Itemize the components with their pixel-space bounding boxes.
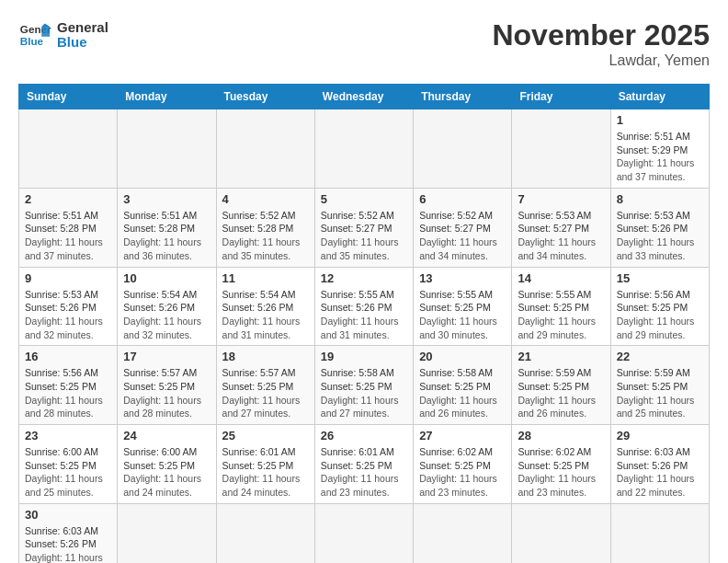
day-number: 7 (518, 192, 604, 206)
day-info: Sunrise: 6:01 AMSunset: 5:25 PMDaylight:… (222, 445, 309, 500)
day-number: 20 (419, 350, 506, 363)
day-info: Sunrise: 6:03 AMSunset: 5:26 PMDaylight:… (25, 524, 111, 563)
table-row: 20Sunrise: 5:58 AMSunset: 5:25 PMDayligh… (414, 346, 512, 425)
calendar: Sunday Monday Tuesday Wednesday Thursday… (18, 84, 710, 563)
logo-general-text: General (57, 20, 108, 36)
day-info: Sunrise: 6:00 AMSunset: 5:25 PMDaylight:… (123, 445, 210, 500)
day-number: 1 (617, 113, 703, 127)
day-info: Sunrise: 5:52 AMSunset: 5:27 PMDaylight:… (419, 209, 506, 263)
day-info: Sunrise: 5:51 AMSunset: 5:29 PMDaylight:… (617, 130, 703, 184)
table-row (314, 109, 413, 189)
table-row: 24Sunrise: 6:00 AMSunset: 5:25 PMDayligh… (118, 425, 216, 504)
day-info: Sunrise: 5:52 AMSunset: 5:28 PMDaylight:… (222, 209, 309, 263)
day-info: Sunrise: 6:00 AMSunset: 5:25 PMDaylight:… (25, 445, 111, 500)
table-row: 26Sunrise: 6:01 AMSunset: 5:25 PMDayligh… (314, 425, 413, 504)
table-row (512, 109, 610, 189)
day-info: Sunrise: 6:03 AMSunset: 5:26 PMDaylight:… (617, 445, 703, 500)
day-info: Sunrise: 5:57 AMSunset: 5:25 PMDaylight:… (222, 366, 309, 420)
day-number: 5 (321, 192, 407, 206)
table-row (216, 503, 314, 563)
day-number: 3 (123, 192, 210, 206)
table-row: 29Sunrise: 6:03 AMSunset: 5:26 PMDayligh… (610, 425, 709, 504)
table-row: 3Sunrise: 5:51 AMSunset: 5:28 PMDaylight… (118, 188, 216, 267)
day-info: Sunrise: 5:59 AMSunset: 5:25 PMDaylight:… (617, 366, 703, 420)
table-row: 5Sunrise: 5:52 AMSunset: 5:27 PMDaylight… (314, 188, 413, 267)
calendar-week-row: 9Sunrise: 5:53 AMSunset: 5:26 PMDaylight… (19, 267, 710, 346)
table-row (414, 109, 512, 189)
col-thursday: Thursday (414, 85, 512, 109)
table-row (314, 503, 413, 563)
day-number: 18 (222, 350, 309, 363)
day-info: Sunrise: 5:51 AMSunset: 5:28 PMDaylight:… (123, 209, 210, 263)
day-info: Sunrise: 6:01 AMSunset: 5:25 PMDaylight:… (321, 445, 407, 500)
day-number: 16 (25, 350, 111, 363)
day-number: 27 (419, 429, 506, 442)
day-number: 15 (617, 271, 703, 285)
day-info: Sunrise: 5:54 AMSunset: 5:26 PMDaylight:… (123, 288, 210, 342)
day-info: Sunrise: 5:54 AMSunset: 5:26 PMDaylight:… (222, 288, 309, 342)
table-row (610, 503, 709, 563)
col-saturday: Saturday (610, 85, 709, 109)
day-number: 12 (321, 271, 407, 285)
table-row (118, 503, 216, 563)
table-row: 2Sunrise: 5:51 AMSunset: 5:28 PMDaylight… (19, 188, 118, 267)
table-row: 28Sunrise: 6:02 AMSunset: 5:25 PMDayligh… (512, 425, 610, 504)
table-row: 25Sunrise: 6:01 AMSunset: 5:25 PMDayligh… (216, 425, 314, 504)
calendar-week-row: 30Sunrise: 6:03 AMSunset: 5:26 PMDayligh… (19, 503, 710, 563)
day-number: 11 (222, 271, 309, 285)
day-info: Sunrise: 5:56 AMSunset: 5:25 PMDaylight:… (617, 288, 703, 342)
day-info: Sunrise: 5:52 AMSunset: 5:27 PMDaylight:… (321, 209, 407, 263)
table-row (512, 503, 610, 563)
header: General Blue General Blue November 2025 … (18, 18, 710, 69)
svg-text:Blue: Blue (20, 35, 44, 47)
table-row: 17Sunrise: 5:57 AMSunset: 5:25 PMDayligh… (118, 346, 216, 425)
day-info: Sunrise: 5:58 AMSunset: 5:25 PMDaylight:… (321, 366, 407, 420)
table-row: 15Sunrise: 5:56 AMSunset: 5:25 PMDayligh… (610, 267, 709, 346)
table-row: 18Sunrise: 5:57 AMSunset: 5:25 PMDayligh… (216, 346, 314, 425)
day-info: Sunrise: 5:57 AMSunset: 5:25 PMDaylight:… (123, 366, 210, 420)
table-row: 8Sunrise: 5:53 AMSunset: 5:26 PMDaylight… (610, 188, 709, 267)
table-row: 27Sunrise: 6:02 AMSunset: 5:25 PMDayligh… (414, 425, 512, 504)
table-row: 21Sunrise: 5:59 AMSunset: 5:25 PMDayligh… (512, 346, 610, 425)
col-wednesday: Wednesday (314, 85, 413, 109)
day-number: 30 (25, 508, 111, 522)
day-info: Sunrise: 5:55 AMSunset: 5:25 PMDaylight:… (518, 288, 604, 342)
table-row (118, 109, 216, 189)
col-friday: Friday (512, 85, 610, 109)
table-row: 4Sunrise: 5:52 AMSunset: 5:28 PMDaylight… (216, 188, 314, 267)
col-sunday: Sunday (19, 85, 118, 109)
location-title: Lawdar, Yemen (492, 52, 710, 69)
day-number: 2 (25, 192, 111, 206)
table-row: 30Sunrise: 6:03 AMSunset: 5:26 PMDayligh… (19, 503, 118, 563)
table-row: 13Sunrise: 5:55 AMSunset: 5:25 PMDayligh… (414, 267, 512, 346)
calendar-week-row: 2Sunrise: 5:51 AMSunset: 5:28 PMDaylight… (19, 188, 710, 267)
col-monday: Monday (118, 85, 216, 109)
calendar-week-row: 23Sunrise: 6:00 AMSunset: 5:25 PMDayligh… (19, 425, 710, 504)
day-number: 26 (321, 429, 407, 442)
day-info: Sunrise: 5:59 AMSunset: 5:25 PMDaylight:… (518, 366, 604, 420)
table-row: 12Sunrise: 5:55 AMSunset: 5:26 PMDayligh… (314, 267, 413, 346)
logo-blue-text: Blue (57, 35, 108, 51)
calendar-week-row: 1Sunrise: 5:51 AMSunset: 5:29 PMDaylight… (19, 109, 710, 189)
day-number: 21 (518, 350, 604, 363)
table-row: 9Sunrise: 5:53 AMSunset: 5:26 PMDaylight… (19, 267, 118, 346)
day-number: 8 (617, 192, 703, 206)
table-row: 10Sunrise: 5:54 AMSunset: 5:26 PMDayligh… (118, 267, 216, 346)
table-row: 11Sunrise: 5:54 AMSunset: 5:26 PMDayligh… (216, 267, 314, 346)
day-info: Sunrise: 6:02 AMSunset: 5:25 PMDaylight:… (419, 445, 506, 500)
title-area: November 2025 Lawdar, Yemen (492, 18, 710, 69)
day-number: 24 (123, 429, 210, 442)
day-number: 4 (222, 192, 309, 206)
day-number: 6 (419, 192, 506, 206)
day-number: 13 (419, 271, 506, 285)
col-tuesday: Tuesday (216, 85, 314, 109)
svg-marker-2 (41, 27, 50, 37)
day-number: 14 (518, 271, 604, 285)
month-title: November 2025 (492, 18, 710, 52)
table-row (414, 503, 512, 563)
day-info: Sunrise: 5:51 AMSunset: 5:28 PMDaylight:… (25, 209, 111, 263)
table-row (216, 109, 314, 189)
table-row: 7Sunrise: 5:53 AMSunset: 5:27 PMDaylight… (512, 188, 610, 267)
day-number: 19 (321, 350, 407, 363)
day-number: 23 (25, 429, 111, 442)
